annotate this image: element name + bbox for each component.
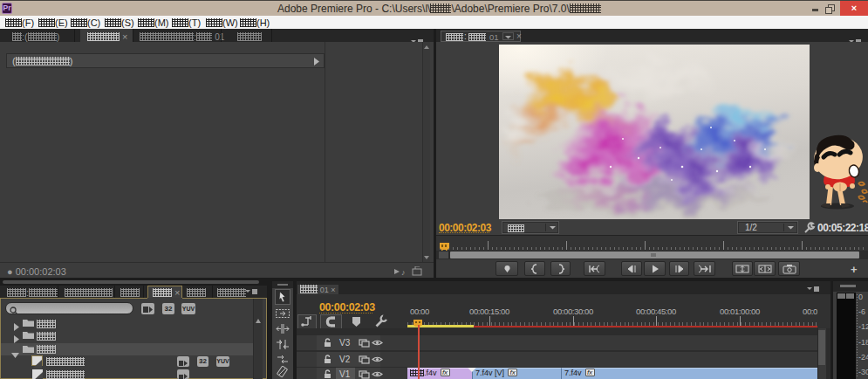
svg-text:♪: ♪ [401, 268, 406, 276]
